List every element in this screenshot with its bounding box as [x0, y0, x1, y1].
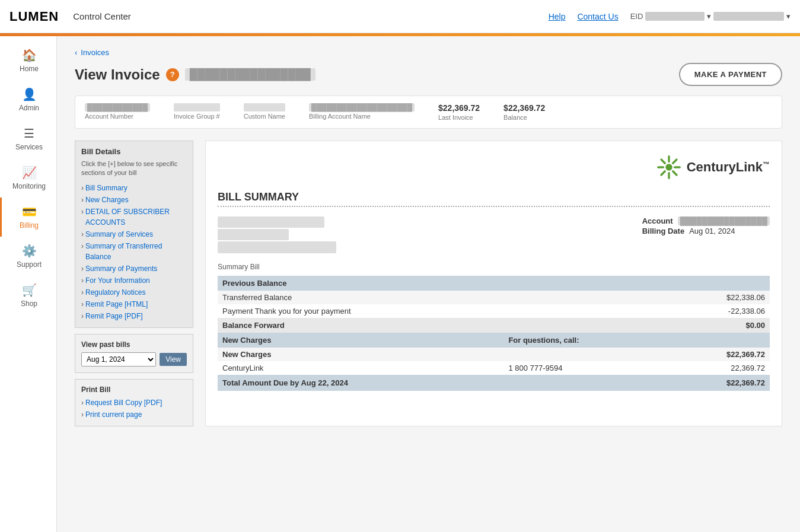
help-link[interactable]: Help [549, 12, 566, 21]
previous-balance-header: Previous Balance [218, 276, 770, 291]
balance-forward-row: Balance Forward $0.00 [218, 318, 770, 333]
account-number-label: Account Number [85, 113, 150, 120]
sidebar-item-shop[interactable]: 🛒 Shop [0, 276, 56, 315]
dot-icon: › [81, 241, 84, 251]
print-link-label: Print current page [85, 409, 142, 420]
view-past-bills-row: Aug 1, 2024 Jul 1, 2024 Jun 1, 2024 View [81, 352, 187, 367]
make-payment-button[interactable]: MAKE A PAYMENT [679, 63, 782, 86]
sidebar: 🏠 Home 👤 Admin ☰ Services 📈 Monitoring 💳… [0, 36, 57, 532]
top-nav: LUMEN Control Center Help Contact Us EID… [0, 0, 800, 33]
account-meta-value: ████████████████ [678, 216, 770, 225]
bill-link-label: DETAIL OF SUBSCRIBER ACCOUNTS [85, 206, 187, 228]
bill-link-subscriber-accounts[interactable]: › DETAIL OF SUBSCRIBER ACCOUNTS [81, 206, 187, 228]
bill-summary-title: BILL SUMMARY [218, 191, 770, 203]
dot-icon: › [81, 287, 84, 298]
bill-link-regulatory[interactable]: › Regulatory Notices [81, 287, 187, 298]
previous-balance-label: Previous Balance [218, 276, 770, 291]
last-invoice-item: $22,369.72 Last Invoice [438, 103, 480, 121]
balance-item: $22,369.72 Balance [503, 103, 545, 121]
centurylink-label: CenturyLink [218, 361, 503, 375]
total-label: Total Amount Due by Aug 22, 2024 [218, 375, 670, 391]
sidebar-item-admin[interactable]: 👤 Admin [0, 80, 56, 119]
app-title: Control Center [73, 11, 131, 21]
invoice-group-label: Invoice Group # [174, 113, 220, 120]
payment-empty [503, 304, 670, 318]
bill-link-label: Summary of Payments [85, 263, 157, 274]
dotted-divider [218, 206, 770, 207]
print-current-page-link[interactable]: › Print current page [81, 409, 187, 420]
logo: LUMEN [9, 9, 59, 24]
sidebar-item-services[interactable]: ☰ Services [0, 119, 56, 158]
request-bill-pdf-link[interactable]: › Request Bill Copy [PDF] [81, 397, 187, 408]
bill-link-summary-services[interactable]: › Summary of Services [81, 229, 187, 240]
bill-details-title: Bill Details [81, 147, 187, 156]
dot-icon: › [81, 206, 84, 217]
invoice-group-value [174, 103, 220, 112]
breadcrumb[interactable]: ‹ Invoices [75, 48, 782, 57]
bill-link-remit-pdf[interactable]: › Remit Page [PDF] [81, 311, 187, 321]
billing-account-name-item: ████████████████████ Billing Account Nam… [309, 103, 415, 121]
bill-address-row: ████████████████ ████████████ ██████████… [218, 216, 770, 253]
user-chevron[interactable]: ▾ [786, 12, 791, 21]
transferred-balance-label: Transferred Balance [218, 291, 503, 304]
balance-label: Balance [503, 114, 545, 121]
bill-link-bill-summary[interactable]: › Bill Summary [81, 183, 187, 193]
home-icon: 🏠 [22, 48, 37, 62]
sidebar-item-home[interactable]: 🏠 Home [0, 41, 56, 80]
eid-label: EID [630, 12, 643, 21]
sidebar-item-support[interactable]: ⚙️ Support [0, 237, 56, 276]
view-bill-button[interactable]: View [160, 353, 187, 366]
bill-link-new-charges[interactable]: › New Charges [81, 195, 187, 205]
sidebar-item-label-home: Home [20, 65, 39, 73]
balance-amount: $22,369.72 [503, 103, 545, 113]
sidebar-item-billing[interactable]: 💳 Billing [0, 197, 56, 237]
dot-icon: › [81, 195, 84, 205]
right-panel: CenturyLink™ BILL SUMMARY ██████████████… [205, 141, 782, 426]
balance-forward-empty [503, 318, 670, 333]
bill-meta: Account ████████████████ Billing Date Au… [642, 216, 770, 253]
view-past-bills-select[interactable]: Aug 1, 2024 Jul 1, 2024 Jun 1, 2024 [81, 352, 156, 367]
shop-icon: 🛒 [22, 283, 37, 297]
print-bill-box: Print Bill › Request Bill Copy [PDF] › P… [75, 379, 193, 426]
bill-link-remit-html[interactable]: › Remit Page [HTML] [81, 299, 187, 310]
transferred-balance-empty [503, 291, 670, 304]
new-charges-row: New Charges $22,369.72 [218, 348, 770, 361]
bill-link-label: Remit Page [HTML] [85, 299, 148, 310]
print-link-label: Request Bill Copy [PDF] [85, 397, 162, 408]
invoice-id: ████████████████ [185, 68, 315, 81]
new-charges-header-empty [670, 333, 770, 348]
print-bill-links: › Request Bill Copy [PDF] › Print curren… [81, 397, 187, 420]
invoice-group-item: Invoice Group # [174, 103, 220, 121]
account-meta-label: Account [642, 216, 673, 225]
help-icon[interactable]: ? [166, 68, 179, 81]
svg-line-4 [661, 160, 665, 163]
print-bill-title: Print Bill [81, 386, 187, 394]
svg-line-5 [672, 171, 676, 175]
title-area: View Invoice ? ████████████████ [75, 66, 315, 83]
main-content: ‹ Invoices View Invoice ? ██████████████… [57, 36, 800, 532]
bill-link-label: Summary of Transferred Balance [85, 241, 187, 262]
bill-link-for-info[interactable]: › For Your Information [81, 275, 187, 286]
centurylink-logo-area: CenturyLink™ [218, 153, 770, 181]
sidebar-item-label-monitoring: Monitoring [12, 182, 46, 190]
bill-link-summary-transferred[interactable]: › Summary of Transferred Balance [81, 241, 187, 262]
sidebar-item-monitoring[interactable]: 📈 Monitoring [0, 158, 56, 197]
svg-line-7 [661, 171, 665, 175]
eid-chevron[interactable]: ▾ [707, 12, 711, 21]
page-header: View Invoice ? ████████████████ MAKE A P… [75, 63, 782, 86]
billing-date-value: Aug 01, 2024 [689, 227, 735, 235]
transferred-balance-amount: $22,338.06 [670, 291, 770, 304]
breadcrumb-arrow: ‹ [75, 48, 77, 57]
billing-icon: 💳 [22, 205, 37, 219]
layout: 🏠 Home 👤 Admin ☰ Services 📈 Monitoring 💳… [0, 36, 800, 532]
bill-address: ████████████████ ████████████ ██████████… [218, 216, 336, 253]
payment-label: Payment Thank you for your payment [218, 304, 503, 318]
last-invoice-amount: $22,369.72 [438, 103, 480, 113]
contact-link[interactable]: Contact Us [577, 12, 618, 21]
bill-link-summary-payments[interactable]: › Summary of Payments [81, 263, 187, 274]
new-charges-header-label: New Charges [218, 333, 503, 348]
billing-date-label: Billing Date [642, 227, 685, 235]
dot-icon: › [81, 183, 84, 193]
summary-bill-label: Summary Bill [218, 263, 770, 271]
bill-link-label: Regulatory Notices [85, 287, 145, 298]
